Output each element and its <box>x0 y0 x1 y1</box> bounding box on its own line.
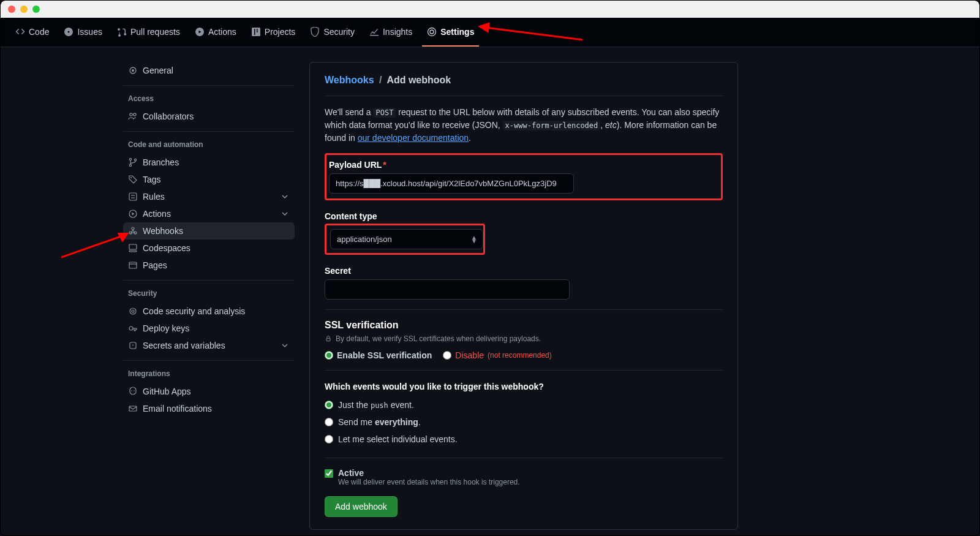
svg-rect-18 <box>129 251 137 252</box>
svg-point-9 <box>130 177 132 178</box>
active-checkbox[interactable] <box>325 469 333 478</box>
sidebar-rules[interactable]: Rules <box>123 188 295 205</box>
close-window-icon[interactable] <box>8 6 15 13</box>
annotation-highlight-content-type: application/json ▲▼ <box>325 224 485 255</box>
payload-url-input[interactable] <box>329 173 574 194</box>
sidebar-general[interactable]: General <box>123 62 295 79</box>
nav-code[interactable]: Code <box>10 18 54 47</box>
sidebar-codespaces[interactable]: Codespaces <box>123 240 295 257</box>
secret-icon: * <box>128 341 138 350</box>
app-icon <box>128 387 138 396</box>
sidebar-branches-label: Branches <box>143 157 179 167</box>
sidebar-deploy-keys[interactable]: Deploy keys <box>123 320 295 337</box>
nav-issues[interactable]: Issues <box>59 18 107 47</box>
payload-url-label: Payload URL* <box>329 160 716 170</box>
sidebar-tags[interactable]: Tags <box>123 171 295 188</box>
webhook-form-panel: Webhooks / Add webhook We'll send a POST… <box>309 62 738 530</box>
sidebar-code-security[interactable]: Code security and analysis <box>123 303 295 320</box>
svg-point-27 <box>134 390 135 391</box>
docs-link[interactable]: our developer documentation <box>358 133 469 143</box>
codespaces-icon <box>128 243 138 253</box>
sidebar-email-notifications[interactable]: Email notifications <box>123 400 295 417</box>
event-individual-radio[interactable] <box>325 435 333 444</box>
event-push-option[interactable]: Just the push event. <box>325 396 723 413</box>
svg-point-7 <box>129 164 131 166</box>
mail-icon <box>128 404 138 413</box>
content-type-select[interactable]: application/json <box>330 229 483 249</box>
sidebar-secrets-label: Secrets and variables <box>143 341 225 350</box>
nav-settings[interactable]: Settings <box>422 18 479 47</box>
svg-rect-10 <box>129 193 137 200</box>
minimize-window-icon[interactable] <box>20 6 28 13</box>
svg-point-5 <box>134 113 136 116</box>
breadcrumb: Webhooks / Add webhook <box>325 75 723 86</box>
play-circle-icon <box>128 209 138 219</box>
maximize-window-icon[interactable] <box>32 6 40 13</box>
sidebar-github-apps[interactable]: GitHub Apps <box>123 383 295 400</box>
svg-point-3 <box>132 69 134 72</box>
project-icon <box>251 27 261 37</box>
sidebar-secrets[interactable]: * Secrets and variables <box>123 337 295 354</box>
sidebar-pages-label: Pages <box>143 260 167 270</box>
ssl-enable-option[interactable]: Enable SSL verification <box>325 350 432 360</box>
annotation-highlight-payload: Payload URL* <box>325 153 723 200</box>
settings-sidebar: General Access Collaborators Code and au… <box>123 62 295 530</box>
svg-point-22 <box>132 310 134 312</box>
event-everything-option[interactable]: Send me everything. <box>325 413 723 431</box>
chevron-down-icon <box>280 209 290 219</box>
ssl-enable-label: Enable SSL verification <box>337 350 432 360</box>
svg-text:*: * <box>132 343 134 349</box>
sidebar-branches[interactable]: Branches <box>123 154 295 171</box>
sidebar-deploy-keys-label: Deploy keys <box>143 323 189 333</box>
nav-insights[interactable]: Insights <box>364 18 417 47</box>
sidebar-webhooks[interactable]: Webhooks <box>123 222 295 240</box>
chevron-down-icon <box>280 192 290 202</box>
nav-code-label: Code <box>29 27 49 37</box>
sidebar-heading-integrations: Integrations <box>123 367 295 380</box>
nav-issues-label: Issues <box>77 27 102 37</box>
event-individual-option[interactable]: Let me select individual events. <box>325 431 723 448</box>
svg-rect-17 <box>129 244 137 249</box>
window-titlebar <box>1 1 979 18</box>
sidebar-actions[interactable]: Actions <box>123 205 295 222</box>
svg-rect-29 <box>326 338 330 341</box>
annotation-arrow-settings <box>478 21 589 48</box>
ssl-disable-option[interactable]: Disable (not recommended) <box>443 350 551 360</box>
svg-point-4 <box>130 113 132 116</box>
ssl-disable-radio[interactable] <box>443 351 451 360</box>
tag-icon <box>128 175 138 184</box>
sidebar-collaborators-label: Collaborators <box>143 111 194 121</box>
shield-icon <box>310 27 320 37</box>
event-push-radio[interactable] <box>325 401 333 409</box>
intro-text: We'll send a POST request to the URL bel… <box>325 106 723 145</box>
webhook-icon <box>128 226 138 236</box>
nav-projects-label: Projects <box>265 27 296 37</box>
sidebar-pages[interactable]: Pages <box>123 257 295 274</box>
nav-pulls[interactable]: Pull requests <box>112 18 185 47</box>
nav-projects[interactable]: Projects <box>246 18 301 47</box>
sidebar-code-security-label: Code security and analysis <box>143 306 245 316</box>
sidebar-general-label: General <box>143 66 173 75</box>
secret-label: Secret <box>325 266 723 276</box>
breadcrumb-current: Add webhook <box>386 75 451 85</box>
rules-icon <box>128 192 138 202</box>
branch-icon <box>128 157 138 167</box>
nav-security[interactable]: Security <box>305 18 360 47</box>
sidebar-github-apps-label: GitHub Apps <box>143 387 191 396</box>
content-type-label: Content type <box>325 211 723 221</box>
svg-point-23 <box>129 327 133 330</box>
ssl-note: By default, we verify SSL certificates w… <box>325 334 723 343</box>
svg-point-21 <box>130 308 136 314</box>
pull-request-icon <box>117 27 127 37</box>
gear-icon <box>427 27 437 37</box>
sidebar-collaborators[interactable]: Collaborators <box>123 108 295 125</box>
active-desc: We will deliver event details when this … <box>338 478 520 486</box>
event-everything-radio[interactable] <box>325 418 333 426</box>
nav-pulls-label: Pull requests <box>130 27 180 37</box>
ssl-enable-radio[interactable] <box>325 351 333 360</box>
nav-actions[interactable]: Actions <box>190 18 241 47</box>
people-icon <box>128 111 138 121</box>
secret-input[interactable] <box>325 279 570 300</box>
add-webhook-button[interactable]: Add webhook <box>325 496 398 517</box>
breadcrumb-webhooks-link[interactable]: Webhooks <box>325 75 374 85</box>
